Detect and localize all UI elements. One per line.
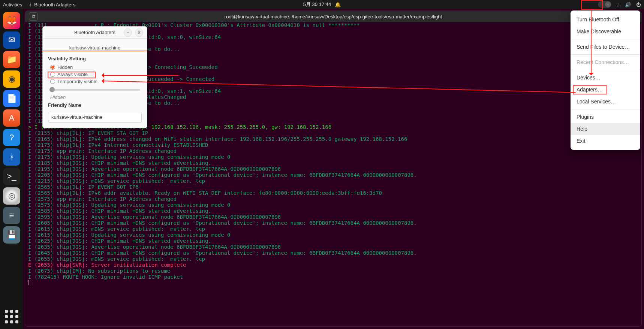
menu-local-services[interactable]: Local Services…: [571, 96, 640, 108]
dock-firefox[interactable]: 🦊: [3, 12, 20, 29]
menu-separator: [571, 109, 640, 109]
dock-disc[interactable]: ◎: [3, 187, 20, 205]
radio-always-input[interactable]: [50, 72, 55, 77]
activities-button[interactable]: Activities: [3, 2, 22, 7]
dock-files[interactable]: 📁: [3, 51, 20, 68]
visibility-timeout-slider[interactable]: [49, 89, 140, 91]
volume-icon[interactable]: 🔊: [625, 2, 631, 7]
adapter-tabs: kurisaw-virtual-machine: [43, 39, 147, 51]
menu-devices[interactable]: Devices…: [571, 72, 640, 84]
dock-libreoffice[interactable]: ≡: [3, 207, 20, 224]
visibility-section-title: Visibility Setting: [48, 56, 142, 61]
show-applications[interactable]: [3, 308, 20, 325]
top-panel: Activities ᚼ Bluetooth Adapters 5月 30 17…: [0, 0, 644, 9]
terminal-titlebar[interactable]: ⧉ root@kurisaw-virtual-machine: /home/ku…: [25, 11, 641, 22]
dock-bluetooth[interactable]: ᚼ: [3, 148, 20, 166]
dialog-titlebar[interactable]: Bluetooth Adapters − ✕: [43, 27, 147, 39]
clock[interactable]: 5月 30 17:44: [303, 1, 331, 8]
dock: 🦊 ✉ 📁 ◉ 📄 A ? ᚼ >_ ◎ ≡ 💾: [0, 9, 23, 329]
menu-separator: [571, 39, 640, 39]
dialog-minimize-button[interactable]: −: [124, 28, 132, 37]
radio-temp-label: Temporarily visible: [57, 79, 97, 84]
dock-rhythmbox[interactable]: ◉: [3, 70, 20, 88]
menu-separator: [571, 54, 640, 55]
dock-save[interactable]: 💾: [3, 226, 20, 244]
menu-make-discoverable[interactable]: Make Discoverable: [571, 25, 640, 37]
dock-terminal[interactable]: >_: [3, 168, 20, 185]
dock-writer[interactable]: 📄: [3, 90, 20, 107]
active-app-name: Bluetooth Adapters: [34, 2, 75, 7]
notification-bell-icon[interactable]: 🔔: [335, 2, 341, 7]
menu-turn-bluetooth-off[interactable]: Turn Bluetooth Off: [571, 13, 640, 25]
menu-send-files[interactable]: Send Files to Device…: [571, 41, 640, 53]
annotation-arrow-to-always: [103, 75, 178, 76]
radio-temp-input[interactable]: [50, 79, 55, 84]
terminal-newtab-button[interactable]: ⧉: [29, 12, 38, 21]
radio-hidden-label: Hidden: [57, 64, 73, 70]
bluetooth-icon: ᚼ: [29, 2, 32, 7]
friendly-name-label: Friendly Name: [48, 102, 142, 108]
menu-exit[interactable]: Exit: [571, 135, 640, 147]
network-icon[interactable]: ⏚: [617, 2, 620, 7]
visibility-timeout-hint: Hidden: [48, 94, 142, 100]
power-icon[interactable]: ⏻: [636, 2, 641, 7]
radio-always-visible[interactable]: Always visible: [48, 71, 142, 78]
dock-help[interactable]: ?: [3, 129, 20, 146]
dialog-title: Bluetooth Adapters: [74, 30, 115, 35]
adapter-tab[interactable]: kurisaw-virtual-machine: [69, 45, 121, 51]
dock-software[interactable]: A: [3, 109, 20, 127]
terminal-title: root@kurisaw-virtual-machine: /home/kuri…: [225, 14, 442, 19]
radio-always-label: Always visible: [57, 72, 88, 77]
menu-recent-connections: Recent Connections…: [571, 56, 640, 68]
active-app-indicator[interactable]: ᚼ Bluetooth Adapters: [29, 2, 75, 7]
dock-thunderbird[interactable]: ✉: [3, 31, 20, 49]
bluetooth-tray-menu: Turn Bluetooth Off Make Discoverable Sen…: [571, 10, 640, 150]
bluetooth-adapters-dialog: Bluetooth Adapters − ✕ kurisaw-virtual-m…: [42, 26, 147, 128]
menu-adapters[interactable]: Adapters…: [571, 84, 640, 96]
annotation-arrow-down-tray: [591, 10, 592, 73]
radio-hidden-input[interactable]: [50, 65, 55, 70]
bluetooth-toggle[interactable]: ᚼ: [598, 1, 611, 8]
menu-plugins[interactable]: Plugins: [571, 111, 640, 123]
friendly-name-input[interactable]: [48, 112, 142, 123]
menu-help[interactable]: Help: [571, 123, 640, 135]
dialog-close-button[interactable]: ✕: [135, 28, 143, 37]
radio-hidden[interactable]: Hidden: [48, 64, 142, 71]
menu-separator: [571, 70, 640, 70]
